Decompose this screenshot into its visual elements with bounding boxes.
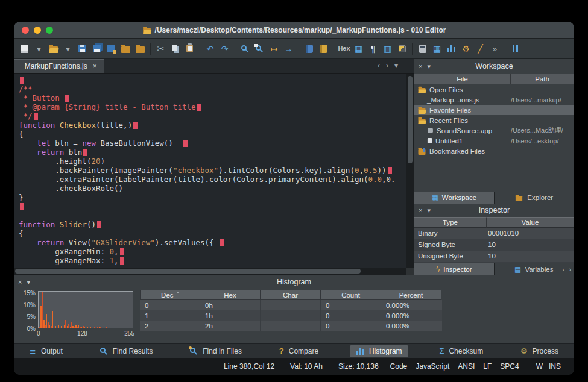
cut-icon[interactable]: ✂	[154, 42, 168, 56]
workspace-column-header[interactable]: Path	[511, 74, 574, 84]
redo-icon[interactable]: ↷	[218, 42, 232, 56]
tab-scroll-left-icon[interactable]: ‹	[378, 62, 380, 69]
workspace-row[interactable]: Bookmarked Files	[414, 146, 574, 156]
new-file-caret-icon[interactable]: ▾	[32, 42, 46, 56]
panel-scroll-left-icon[interactable]: ‹	[563, 266, 565, 273]
workspace-column-header[interactable]: File	[414, 74, 511, 84]
workspace-row[interactable]: SoundSource.app/Users...Mac助理/	[414, 125, 574, 136]
jump-icon[interactable]: →	[282, 42, 296, 56]
find-icon[interactable]	[238, 42, 252, 56]
code-line[interactable]: {	[19, 130, 414, 139]
workspace-row[interactable]: Favorite Files	[414, 105, 574, 115]
code-line[interactable]: * @param {String} title - Button title	[19, 102, 414, 111]
more-tools-icon[interactable]: »	[488, 42, 502, 56]
workspace-row[interactable]: _Markup...ions.js/Users/...markup/	[414, 95, 574, 105]
workspace-row[interactable]: Open Files	[414, 84, 574, 95]
goto-icon[interactable]: ↦	[267, 42, 281, 56]
horizontal-scrollbar[interactable]	[14, 268, 406, 275]
histogram-tool-icon[interactable]	[444, 42, 458, 56]
syntax-colors-icon[interactable]	[395, 42, 409, 56]
panel-tab-workspace[interactable]: ▦Workspace	[414, 192, 495, 204]
inspector-column-header[interactable]: Type	[414, 217, 487, 228]
script-icon[interactable]	[317, 42, 330, 56]
histogram-row[interactable]: 22h00.000%	[140, 321, 442, 331]
save-icon[interactable]	[75, 42, 89, 56]
histogram-menu-icon[interactable]: ▾	[27, 279, 30, 286]
binary-grid-icon[interactable]: ▦	[352, 42, 365, 56]
new-file-icon[interactable]	[17, 42, 31, 56]
vertical-scrollbar-thumb[interactable]	[408, 76, 413, 163]
code-line[interactable]: function Slider()	[19, 220, 414, 229]
tab-output[interactable]: ≣Output	[24, 345, 69, 357]
histogram-close-icon[interactable]: ×	[18, 279, 22, 286]
save-all-icon[interactable]	[90, 42, 104, 56]
open-file-caret-icon[interactable]: ▾	[61, 42, 75, 56]
inspector-row[interactable]: Unsigned Byte10	[414, 251, 574, 262]
open-file-icon[interactable]	[46, 42, 60, 56]
tab-markupfunctions[interactable]: _MarkupFunctions.js ×	[14, 59, 104, 73]
favorites-folder-icon[interactable]	[133, 42, 147, 56]
inspector-row[interactable]: Binary00001010	[414, 228, 574, 239]
code-line[interactable]: {	[19, 229, 414, 238]
tab-process[interactable]: ⚙Process	[514, 345, 564, 357]
histogram-column-char[interactable]: Char	[261, 290, 321, 300]
code-line[interactable]: /**	[19, 84, 414, 93]
panel-tab-inspector[interactable]: ϟInspector	[414, 263, 495, 275]
save-as-icon[interactable]	[104, 42, 118, 56]
workspace-close-icon[interactable]: ×	[419, 63, 422, 70]
calculator-icon[interactable]	[416, 42, 429, 56]
workspace-row[interactable]: Recent Files	[414, 115, 574, 125]
table-view-icon[interactable]: ▦	[430, 42, 444, 56]
code-line[interactable]: .checkBoxRole()	[19, 184, 414, 193]
code-editor[interactable]: /** * Button * @param {String} title - B…	[14, 74, 414, 268]
code-line[interactable]: let btn = new BaseButtonView()	[19, 139, 414, 148]
inspector-close-icon[interactable]: ×	[419, 207, 422, 214]
replace-icon[interactable]	[253, 42, 267, 56]
code-line[interactable]	[19, 211, 414, 220]
histogram-column-count[interactable]: Count	[321, 290, 381, 300]
close-window-button[interactable]	[22, 27, 29, 34]
code-line[interactable]: return View("GXSliderView").setValues({	[19, 238, 414, 247]
code-line[interactable]: gxRangeMax: 1,	[19, 256, 414, 265]
histogram-column-dec[interactable]: Decˆ	[140, 290, 200, 300]
column-mode-icon[interactable]: ▥	[381, 42, 394, 56]
tools-icon[interactable]: ⚙	[459, 42, 473, 56]
panel-scroll-right-icon[interactable]: ›	[569, 266, 571, 273]
histogram-column-percent[interactable]: Percent	[381, 290, 441, 300]
template-icon[interactable]	[302, 42, 316, 56]
inspector-column-header[interactable]: Value	[487, 217, 574, 228]
code-line[interactable]: * Button	[19, 93, 414, 102]
code-line[interactable]: */	[19, 111, 414, 121]
paste-icon[interactable]	[183, 42, 197, 56]
minimize-window-button[interactable]	[34, 27, 41, 34]
code-line[interactable]: function Checkbox(title,)	[19, 121, 414, 130]
tab-scroll-right-icon[interactable]: ›	[386, 62, 388, 69]
panel-tab-explorer[interactable]: Explorer	[495, 192, 575, 204]
code-line[interactable]: .extraPainter(LabelPainter(title).color(…	[19, 175, 414, 184]
horizontal-scrollbar-thumb[interactable]	[15, 269, 361, 274]
code-line[interactable]: .height(20)	[19, 157, 414, 166]
tab-close-icon[interactable]: ×	[93, 62, 97, 70]
tab-find-results[interactable]: Find Results	[94, 345, 159, 357]
histogram-column-hex[interactable]: Hex	[200, 290, 261, 300]
zoom-window-button[interactable]	[46, 27, 53, 34]
inspector-row[interactable]: Signed Byte10	[414, 239, 574, 251]
code-line[interactable]	[19, 75, 414, 84]
title-bar[interactable]: /Users/maczl/Desktop/Contents/Resources/…	[14, 22, 574, 39]
hex-mode-label[interactable]: Hex	[337, 42, 351, 56]
undo-icon[interactable]: ↶	[203, 42, 217, 56]
workspace-row[interactable]: Untitled1/Users/...esktop/	[414, 136, 574, 146]
paragraph-marks-icon[interactable]: ¶	[366, 42, 380, 56]
code-line[interactable]: }	[19, 193, 414, 202]
tab-compare[interactable]: ?Compare	[273, 345, 324, 357]
vertical-scrollbar[interactable]	[406, 74, 414, 268]
copy-icon[interactable]	[168, 42, 182, 56]
code-line[interactable]: gxRangeMin: 0,	[19, 247, 414, 256]
code-line[interactable]	[19, 202, 414, 211]
workspace-menu-icon[interactable]: ▾	[427, 63, 431, 70]
tab-checksum[interactable]: ΣChecksum	[433, 345, 489, 357]
charts-icon[interactable]: ╱	[473, 42, 487, 56]
histogram-row[interactable]: 00h00.000%	[140, 300, 442, 310]
open-folder-icon[interactable]	[119, 42, 133, 56]
code-line[interactable]: return btn	[19, 148, 414, 157]
